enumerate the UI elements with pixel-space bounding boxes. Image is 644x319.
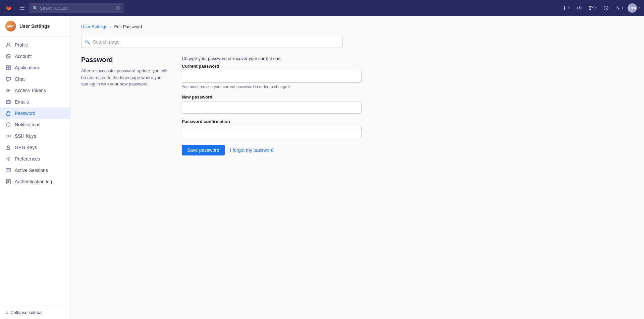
new-password-label: New password bbox=[182, 94, 362, 100]
save-password-button[interactable]: Save password bbox=[182, 145, 225, 155]
svg-rect-9 bbox=[6, 66, 8, 67]
create-button[interactable]: ▾ bbox=[559, 3, 573, 13]
person-icon bbox=[5, 42, 11, 48]
password-confirmation-input[interactable] bbox=[182, 126, 362, 138]
activity-chevron: ▾ bbox=[622, 6, 624, 10]
page-search-icon: 🔍 bbox=[85, 40, 90, 45]
svg-rect-12 bbox=[9, 68, 10, 70]
search-input[interactable] bbox=[40, 6, 114, 11]
sidebar-item-emails[interactable]: Emails bbox=[0, 96, 70, 108]
gitlab-logo[interactable] bbox=[4, 3, 13, 13]
breadcrumb-parent-link[interactable]: User Settings bbox=[81, 24, 107, 29]
ssh-keys-label: SSH Keys bbox=[15, 133, 36, 139]
sidebar-avatar: adm bbox=[5, 21, 16, 31]
collapse-label: Collapse sidebar bbox=[10, 310, 43, 315]
applications-label: Applications bbox=[15, 65, 40, 70]
sidebar-item-authentication-log[interactable]: Authentication log bbox=[0, 176, 70, 187]
sidebar-item-access-tokens[interactable]: Access Tokens bbox=[0, 85, 70, 96]
sidebar-item-preferences[interactable]: Preferences bbox=[0, 153, 70, 165]
svg-rect-1 bbox=[562, 8, 567, 8]
lock-icon bbox=[5, 110, 11, 116]
sidebar-item-notifications[interactable]: Notifications bbox=[0, 119, 70, 130]
current-password-label: Current password bbox=[182, 64, 362, 69]
merge-requests-button[interactable]: ▾ bbox=[586, 3, 599, 13]
svg-point-2 bbox=[589, 6, 591, 7]
svg-point-13 bbox=[7, 89, 9, 91]
grid-icon bbox=[5, 65, 11, 71]
password-label: Password bbox=[15, 111, 35, 116]
new-password-input[interactable] bbox=[182, 102, 362, 114]
emails-label: Emails bbox=[15, 99, 29, 105]
section-description: After a successful password update, you … bbox=[81, 68, 168, 87]
sidebar-item-gpg-keys[interactable]: GPG Keys bbox=[0, 142, 70, 153]
gpg-icon bbox=[5, 144, 11, 150]
collapse-sidebar-button[interactable]: « Collapse sidebar bbox=[5, 310, 43, 315]
log-icon bbox=[5, 179, 11, 185]
global-search-bar: 🔍 / bbox=[30, 3, 123, 13]
info-title: Change your password or recover your cur… bbox=[182, 56, 362, 61]
preferences-icon bbox=[5, 156, 11, 162]
svg-rect-15 bbox=[7, 113, 10, 116]
account-icon bbox=[5, 53, 11, 59]
svg-rect-11 bbox=[6, 68, 8, 70]
svg-point-17 bbox=[7, 146, 9, 148]
page-search-input[interactable] bbox=[93, 39, 339, 45]
search-icon: 🔍 bbox=[33, 6, 38, 11]
section-left: Password After a successful password upd… bbox=[81, 56, 168, 155]
form-actions: Save password I forgot my password bbox=[182, 145, 362, 155]
notifications-label: Notifications bbox=[15, 122, 40, 127]
password-section: Password After a successful password upd… bbox=[81, 56, 362, 155]
sidebar-header: adm User Settings bbox=[0, 16, 70, 37]
svg-point-18 bbox=[8, 158, 9, 160]
sidebar-nav: Profile Account Applications bbox=[0, 37, 70, 306]
sidebar-item-profile[interactable]: Profile bbox=[0, 39, 70, 51]
chat-label: Chat bbox=[15, 76, 25, 82]
code-review-button[interactable] bbox=[574, 3, 585, 13]
section-right: Change your password or recover your cur… bbox=[182, 56, 362, 155]
sidebar-item-account[interactable]: Account bbox=[0, 51, 70, 62]
breadcrumb: User Settings › Edit Password bbox=[81, 24, 362, 29]
user-avatar-button[interactable]: adm bbox=[628, 3, 637, 13]
svg-point-3 bbox=[589, 9, 591, 10]
sidebar-item-applications[interactable]: Applications bbox=[0, 62, 70, 73]
password-confirmation-label: Password confirmation bbox=[182, 119, 362, 124]
section-title: Password bbox=[81, 56, 168, 64]
svg-rect-10 bbox=[9, 66, 10, 67]
breadcrumb-current: Edit Password bbox=[114, 24, 142, 29]
svg-rect-19 bbox=[6, 169, 11, 172]
authentication-log-label: Authentication log bbox=[15, 179, 52, 184]
create-chevron: ▾ bbox=[568, 6, 570, 10]
password-confirmation-group: Password confirmation bbox=[182, 119, 362, 138]
menu-toggle-button[interactable]: ☰ bbox=[17, 2, 27, 14]
page-search-bar: 🔍 bbox=[81, 36, 343, 48]
sessions-icon bbox=[5, 167, 11, 173]
preferences-label: Preferences bbox=[15, 156, 40, 162]
issues-button[interactable] bbox=[601, 3, 611, 13]
sidebar-title: User Settings bbox=[19, 23, 50, 29]
current-password-group: Current password You must provide your c… bbox=[182, 64, 362, 89]
active-sessions-label: Active Sessions bbox=[15, 168, 48, 173]
collapse-chevron-icon: « bbox=[5, 310, 8, 315]
sidebar: adm User Settings Profile Account bbox=[0, 16, 70, 319]
ssh-icon bbox=[5, 133, 11, 139]
main-content: User Settings › Edit Password 🔍 Password… bbox=[70, 16, 644, 319]
search-shortcut: / bbox=[116, 6, 120, 10]
svg-point-6 bbox=[7, 43, 9, 45]
topnav: ☰ 🔍 / ▾ ▾ ▾ adm ▾ bbox=[0, 0, 644, 16]
activity-button[interactable]: ▾ bbox=[613, 3, 626, 13]
sidebar-item-chat[interactable]: Chat bbox=[0, 73, 70, 85]
sidebar-item-ssh-keys[interactable]: SSH Keys bbox=[0, 130, 70, 142]
forgot-password-link[interactable]: I forgot my password bbox=[230, 147, 274, 153]
chat-icon bbox=[5, 76, 11, 82]
bell-icon bbox=[5, 122, 11, 128]
key-icon bbox=[5, 87, 11, 93]
current-password-input[interactable] bbox=[182, 71, 362, 83]
profile-label: Profile bbox=[15, 42, 28, 48]
sidebar-footer: « Collapse sidebar bbox=[0, 306, 70, 319]
svg-point-8 bbox=[8, 55, 9, 56]
sidebar-item-password[interactable]: Password bbox=[0, 108, 70, 119]
topnav-actions: ▾ ▾ ▾ adm ▾ bbox=[559, 3, 640, 13]
email-icon bbox=[5, 99, 11, 105]
sidebar-item-active-sessions[interactable]: Active Sessions bbox=[0, 165, 70, 176]
current-password-hint: You must provide your current password i… bbox=[182, 84, 362, 89]
